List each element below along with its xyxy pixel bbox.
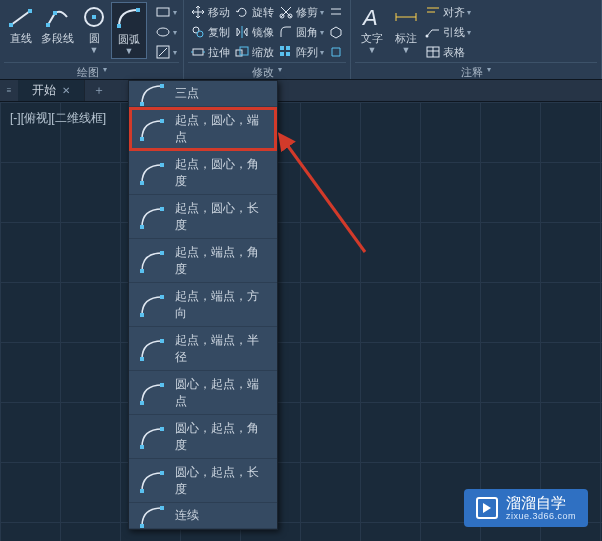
arc-menu-item[interactable]: 起点，端点，半径 [129, 327, 277, 371]
arc-menu-item[interactable]: 起点，圆心，端点 [129, 107, 277, 151]
svg-rect-23 [286, 52, 290, 56]
svg-rect-17 [240, 47, 248, 55]
modify-misc-2[interactable] [326, 22, 346, 42]
arc-menu-item[interactable]: 圆心，起点，角度 [129, 415, 277, 459]
tablist-menu[interactable]: ≡ [0, 80, 18, 101]
chevron-down-icon: ▾ [487, 65, 491, 80]
modify-misc-1[interactable] [326, 2, 346, 22]
rotate-button[interactable]: 旋转 [232, 2, 276, 22]
arc-item-icon [137, 79, 167, 109]
scale-label: 缩放 [252, 45, 274, 60]
chevron-down-icon: ▾ [320, 28, 324, 37]
svg-rect-40 [140, 225, 144, 229]
array-icon [278, 44, 294, 60]
arc-menu-item[interactable]: 起点，圆心，长度 [129, 195, 277, 239]
fillet-button[interactable]: 圆角▾ [276, 22, 326, 42]
tab-close-icon[interactable]: ✕ [62, 85, 70, 96]
move-label: 移动 [208, 5, 230, 20]
svg-rect-47 [160, 339, 164, 343]
svg-rect-1 [9, 23, 13, 27]
chevron-down-icon: ▾ [467, 28, 471, 37]
align-button[interactable]: 对齐▾ [423, 2, 473, 22]
view-label[interactable]: [-][俯视][二维线框] [10, 110, 106, 127]
arc-item-icon [137, 501, 167, 531]
rotate-icon [234, 4, 250, 20]
chevron-down-icon: ▼ [125, 46, 134, 56]
svg-rect-15 [193, 49, 203, 55]
svg-rect-43 [160, 251, 164, 255]
svg-rect-45 [160, 295, 164, 299]
table-button[interactable]: 表格 [423, 42, 473, 62]
tab-add[interactable]: ＋ [85, 80, 113, 101]
svg-rect-22 [280, 52, 284, 56]
arc-item-label: 起点，端点，半径 [175, 332, 269, 366]
circle-button[interactable]: 圆 ▼ [77, 2, 111, 57]
plus-icon: ＋ [93, 82, 105, 99]
table-label: 表格 [443, 45, 465, 60]
arc-item-icon [137, 114, 167, 144]
arc-menu-item[interactable]: 连续 [129, 503, 277, 529]
chevron-down-icon: ▾ [103, 65, 107, 80]
svg-rect-50 [140, 445, 144, 449]
arc-menu-item[interactable]: 三点 [129, 81, 277, 107]
hatch-button[interactable]: ▾ [153, 42, 179, 62]
move-icon [190, 4, 206, 20]
svg-rect-7 [117, 24, 121, 28]
hatch-icon [155, 44, 171, 60]
stretch-label: 拉伸 [208, 45, 230, 60]
svg-text:A: A [361, 5, 378, 29]
arc-item-icon [137, 466, 167, 496]
arc-button[interactable]: 圆弧 ▼ [111, 2, 147, 59]
arc-menu-item[interactable]: 起点，端点，角度 [129, 239, 277, 283]
svg-rect-52 [140, 489, 144, 493]
move-button[interactable]: 移动 [188, 2, 232, 22]
modify-misc-3[interactable] [326, 42, 346, 62]
fillet-icon [278, 24, 294, 40]
mirror-icon [234, 24, 250, 40]
svg-rect-51 [160, 427, 164, 431]
arc-item-icon [137, 422, 167, 452]
stretch-button[interactable]: 拉伸 [188, 42, 232, 62]
arc-item-label: 圆心，起点，端点 [175, 376, 269, 410]
dimension-icon [392, 4, 420, 30]
table-icon [425, 44, 441, 60]
arc-menu-item[interactable]: 圆心，起点，端点 [129, 371, 277, 415]
svg-rect-55 [160, 506, 164, 510]
svg-line-12 [159, 48, 167, 56]
svg-rect-53 [160, 471, 164, 475]
trim-button[interactable]: 修剪▾ [276, 2, 326, 22]
svg-rect-9 [157, 8, 169, 16]
align-label: 对齐 [443, 5, 465, 20]
arc-menu-item[interactable]: 圆心，起点，长度 [129, 459, 277, 503]
modify-group-label: 修改▾ [188, 62, 346, 82]
arc-icon [115, 5, 143, 31]
tab-start[interactable]: 开始 ✕ [18, 80, 85, 101]
copy-button[interactable]: 复制 [188, 22, 232, 42]
watermark-title: 溜溜自学 [506, 495, 576, 510]
svg-rect-34 [140, 102, 144, 106]
chevron-down-icon: ▾ [173, 8, 177, 17]
scale-button[interactable]: 缩放 [232, 42, 276, 62]
arc-item-label: 连续 [175, 507, 199, 524]
offset-icon [328, 4, 344, 20]
chevron-down-icon: ▼ [402, 45, 411, 55]
arc-item-icon [137, 378, 167, 408]
array-button[interactable]: 阵列▾ [276, 42, 326, 62]
arc-item-label: 起点，端点，角度 [175, 244, 269, 278]
mirror-button[interactable]: 镜像 [232, 22, 276, 42]
leader-button[interactable]: 引线▾ [423, 22, 473, 42]
svg-rect-37 [160, 119, 164, 123]
dimension-button[interactable]: 标注 ▼ [389, 2, 423, 57]
ellipse-button[interactable]: ▾ [153, 22, 179, 42]
arc-menu-item[interactable]: 起点，端点，方向 [129, 283, 277, 327]
viewport[interactable]: [-][俯视][二维线框] [0, 102, 602, 541]
scale-icon [234, 44, 250, 60]
line-button[interactable]: 直线 [4, 2, 38, 48]
dimension-label: 标注 [395, 31, 417, 46]
polyline-button[interactable]: 多段线 [38, 2, 77, 48]
arc-menu-item[interactable]: 起点，圆心，角度 [129, 151, 277, 195]
align-icon [425, 4, 441, 20]
text-button[interactable]: A 文字 ▼ [355, 2, 389, 57]
rectangle-button[interactable]: ▾ [153, 2, 179, 22]
chevron-down-icon: ▾ [278, 65, 282, 80]
